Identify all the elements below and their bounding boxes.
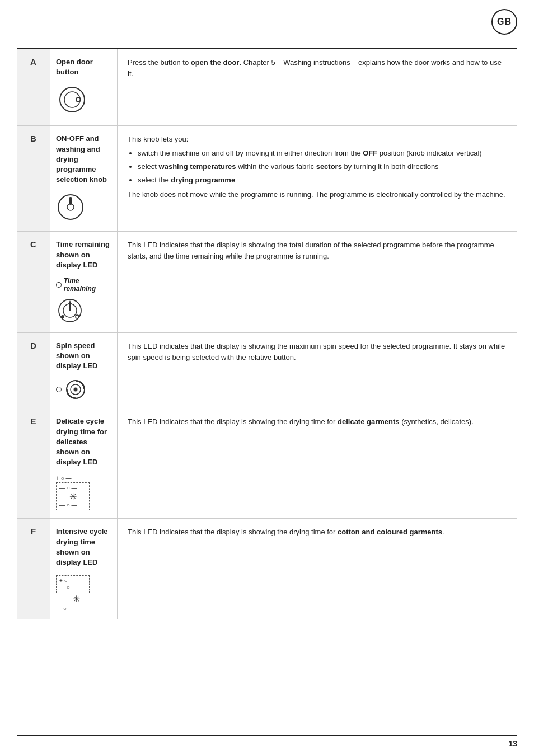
label-d: D [30, 341, 36, 350]
drying-bottom-line: — ○ — [56, 605, 90, 612]
led-subtitle: Time remaining [64, 277, 111, 293]
led-time-label: Time remaining [56, 277, 111, 293]
knob-icon [56, 192, 85, 223]
title-f: Intensive cycle drying time shown on dis… [56, 527, 111, 567]
drying-line-f1: + ○ — [59, 577, 86, 584]
intensive-drying-icon: + ○ — — ○ — ✳ — ○ — [56, 575, 90, 612]
drying-top-line: + ○ — [56, 475, 90, 481]
svg-point-12 [76, 315, 79, 318]
desc-d: This LED indicates that the display is s… [118, 333, 517, 408]
door-svg [56, 85, 88, 114]
drying-line-f2: — ○ — [59, 584, 86, 590]
spin-svg [65, 379, 86, 400]
desc-a: Press the button to open the door. Chapt… [118, 49, 517, 125]
row-c: C Time remaining shown on display LED Ti… [17, 232, 517, 333]
knob-svg [56, 192, 85, 222]
row-label-b: B [17, 126, 50, 231]
desc-f: This LED indicates that the display is s… [118, 519, 517, 619]
desc-b: This knob lets you: switch the machine o… [118, 126, 517, 231]
row-label-c: C [17, 232, 50, 332]
spin-icon-wrap [56, 379, 86, 400]
drying-line-2: — ○ — [59, 502, 86, 508]
svg-marker-10 [68, 300, 72, 304]
drying-box-e: — ○ — ✳ — ○ — [56, 482, 90, 510]
delicate-drying-icon: + ○ — — ○ — ✳ — ○ — [56, 475, 90, 510]
desc-b-list: switch the machine on and off by moving … [138, 148, 507, 186]
led-circle [56, 282, 62, 288]
row-e: E Delicate cycle drying time for delicat… [17, 408, 517, 519]
gb-badge: GB [491, 9, 517, 35]
drying-box-f: + ○ — — ○ — [56, 575, 90, 593]
title-c: Time remaining shown on display LED [56, 240, 111, 270]
title-a: Open door button [56, 57, 111, 77]
svg-point-3 [77, 98, 80, 101]
row-icon-a: Open door button [50, 49, 118, 125]
row-label-f: F [17, 519, 50, 619]
label-f: F [31, 527, 36, 536]
row-label-a: A [17, 49, 50, 125]
row-icon-b: ON-OFF and washing and drying programme … [50, 126, 118, 231]
label-a: A [30, 57, 36, 67]
svg-point-15 [74, 388, 78, 392]
title-d: Spin speed shown on display LED [56, 341, 111, 372]
row-d: D Spin speed shown on display LED This L… [17, 333, 517, 409]
title-e: Delicate cycle drying time for delicates… [56, 416, 111, 467]
badge-text: GB [497, 17, 512, 27]
label-e: E [30, 416, 36, 426]
row-label-e: E [17, 408, 50, 518]
snowflake-f: ✳ [63, 594, 90, 604]
title-b: ON-OFF and washing and drying programme … [56, 134, 111, 185]
desc-e: This LED indicates that the display is s… [118, 408, 517, 518]
row-icon-e: Delicate cycle drying time for delicates… [50, 408, 118, 518]
spin-led-circle [56, 387, 62, 392]
row-label-d: D [17, 333, 50, 408]
desc-c: This LED indicates that the display is s… [118, 232, 517, 332]
row-b: B ON-OFF and washing and drying programm… [17, 126, 517, 232]
bottom-line [17, 735, 517, 736]
row-icon-f: Intensive cycle drying time shown on dis… [50, 519, 118, 619]
row-icon-d: Spin speed shown on display LED [50, 333, 118, 408]
snowflake-e: ✳ [59, 491, 86, 502]
page-container: GB A Open door button [0, 0, 534, 756]
label-b: B [30, 134, 36, 143]
time-dial-svg [56, 297, 84, 325]
row-a: A Open door button Press the button to o… [17, 49, 517, 126]
open-door-icon [56, 85, 88, 114]
row-f: F Intensive cycle drying time shown on d… [17, 519, 517, 619]
drying-line-1: — ○ — [59, 485, 86, 491]
label-c: C [30, 240, 36, 249]
row-icon-c: Time remaining shown on display LED Time… [50, 232, 118, 332]
time-remaining-icon: Time remaining [56, 277, 111, 325]
page-number: 13 [508, 739, 517, 748]
svg-point-11 [61, 315, 64, 318]
